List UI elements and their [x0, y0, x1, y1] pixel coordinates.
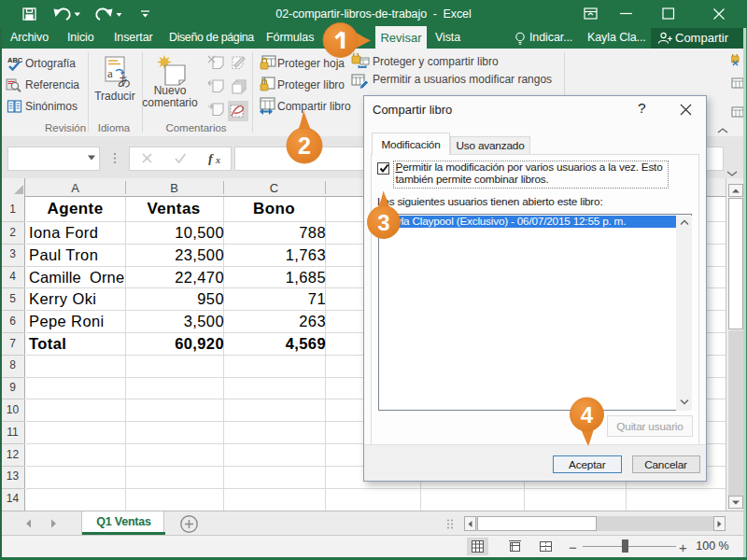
- svg-text:f: f: [208, 152, 214, 165]
- svg-text:4: 4: [581, 402, 594, 427]
- svg-text:x: x: [215, 155, 220, 165]
- svg-text:2: 2: [298, 133, 311, 159]
- svg-text:3: 3: [377, 210, 389, 235]
- svg-text:ABC: ABC: [7, 56, 23, 64]
- svg-text:あ: あ: [118, 73, 131, 88]
- svg-text:a: a: [107, 66, 113, 80]
